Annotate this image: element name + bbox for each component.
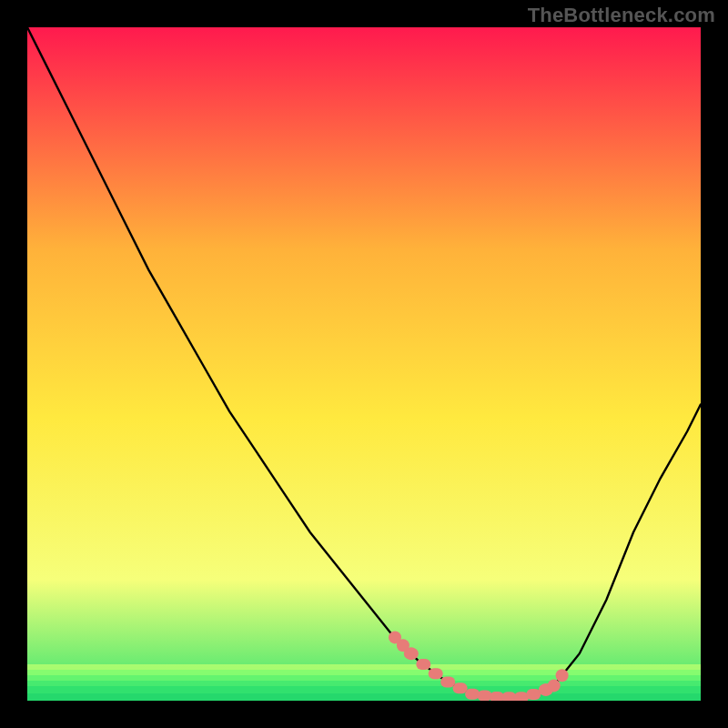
svg-rect-12 xyxy=(478,690,492,701)
svg-rect-20 xyxy=(556,669,569,682)
svg-rect-7 xyxy=(416,659,430,670)
svg-rect-14 xyxy=(501,692,516,701)
svg-rect-5 xyxy=(27,693,701,701)
svg-rect-23 xyxy=(389,631,401,643)
svg-rect-1 xyxy=(27,670,701,675)
svg-rect-8 xyxy=(429,668,443,679)
svg-rect-0 xyxy=(27,664,701,670)
svg-rect-3 xyxy=(27,681,701,686)
chart-svg xyxy=(27,27,701,701)
watermark-text: TheBottleneck.com xyxy=(528,4,715,27)
svg-rect-2 xyxy=(27,675,701,681)
svg-rect-11 xyxy=(465,689,480,700)
svg-rect-19 xyxy=(548,679,561,692)
svg-rect-10 xyxy=(453,682,468,693)
bottom-bands xyxy=(27,664,701,701)
chart-frame: TheBottleneck.com xyxy=(0,0,728,728)
plot-area xyxy=(27,27,701,701)
svg-rect-9 xyxy=(440,677,455,688)
svg-rect-4 xyxy=(27,686,701,693)
